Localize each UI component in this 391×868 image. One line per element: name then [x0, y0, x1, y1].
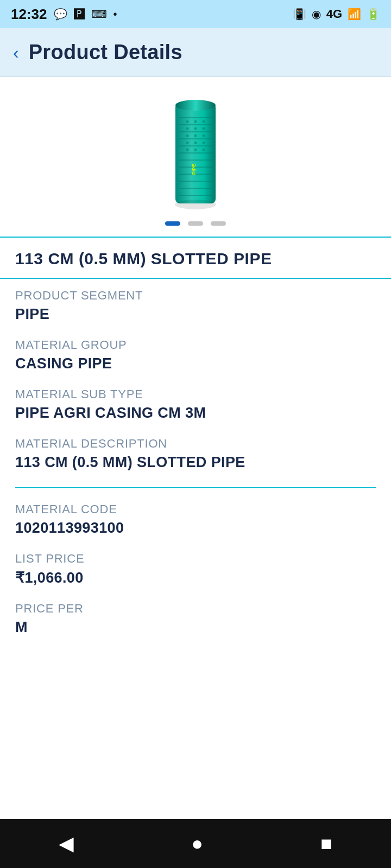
price-per-label: PRICE PER: [15, 602, 376, 616]
wifi-icon: ◉: [312, 8, 321, 21]
dot-icon: •: [113, 8, 117, 21]
nav-square-button[interactable]: ■: [320, 832, 332, 855]
svg-text:PIPE: PIPE: [191, 164, 197, 175]
product-segment-label: PRODUCT SEGMENT: [15, 289, 376, 303]
pocket-icon: 🅿: [74, 8, 85, 21]
carousel-dot-3[interactable]: [211, 221, 226, 226]
svg-point-1: [175, 100, 216, 111]
carousel-dot-2[interactable]: [188, 221, 203, 226]
svg-point-15: [194, 120, 197, 123]
page-title: Product Details: [29, 41, 182, 64]
nav-back-button[interactable]: ◀: [59, 832, 74, 855]
back-button[interactable]: ‹: [13, 44, 19, 61]
list-price-label: LIST PRICE: [15, 552, 376, 566]
section-separator: [15, 487, 376, 488]
svg-point-17: [186, 127, 189, 130]
svg-point-18: [194, 127, 197, 130]
svg-point-24: [194, 142, 197, 144]
keyboard-icon: ⌨: [91, 8, 107, 21]
material-description-label: MATERIAL DESCRIPTION: [15, 437, 376, 451]
status-bar-left: 12:32 💬 🅿 ⌨ •: [11, 6, 117, 23]
whatsapp-icon: 💬: [54, 8, 67, 21]
svg-point-22: [203, 135, 205, 137]
list-price-value: ₹1,066.00: [15, 569, 376, 586]
status-bar: 12:32 💬 🅿 ⌨ • 📳 ◉ 4G 📶 🔋: [0, 0, 391, 28]
svg-point-30: [175, 200, 216, 209]
status-time: 12:32: [11, 6, 47, 23]
material-group-row: MATERIAL GROUP CASING PIPE: [15, 328, 376, 378]
nav-home-button[interactable]: ●: [191, 832, 203, 855]
material-subtype-label: MATERIAL SUB TYPE: [15, 387, 376, 401]
status-bar-right: 📳 ◉ 4G 📶 🔋: [293, 7, 380, 21]
carousel-dot-1[interactable]: [165, 221, 180, 226]
material-group-value: CASING PIPE: [15, 355, 376, 372]
material-description-row: MATERIAL DESCRIPTION 113 CM (0.5 MM) SLO…: [15, 427, 376, 476]
battery-icon: 🔋: [367, 8, 380, 21]
list-price-row: LIST PRICE ₹1,066.00: [15, 542, 376, 592]
header: ‹ Product Details: [0, 28, 391, 77]
material-code-label: MATERIAL CODE: [15, 502, 376, 516]
price-per-row: PRICE PER M: [15, 592, 376, 641]
svg-point-23: [186, 142, 189, 144]
product-image: PIPE: [160, 93, 231, 213]
material-subtype-row: MATERIAL SUB TYPE PIPE AGRI CASING CM 3M: [15, 378, 376, 427]
price-per-value: M: [15, 619, 376, 636]
material-code-value: 1020113993100: [15, 520, 376, 537]
bottom-nav: ◀ ● ■: [0, 819, 391, 868]
carousel-dots: [165, 221, 226, 226]
product-image-area: PIPE: [0, 77, 391, 237]
material-subtype-value: PIPE AGRI CASING CM 3M: [15, 405, 376, 422]
product-segment-row: PRODUCT SEGMENT PIPE: [15, 279, 376, 328]
material-code-row: MATERIAL CODE 1020113993100: [15, 493, 376, 542]
svg-point-19: [203, 127, 205, 130]
signal-icon: 📶: [348, 8, 361, 21]
product-name-section: 113 CM (0.5 MM) SLOTTED PIPE: [0, 238, 391, 278]
svg-point-14: [186, 120, 189, 123]
product-segment-value: PIPE: [15, 306, 376, 323]
svg-point-25: [203, 142, 205, 144]
vibrate-icon: 📳: [293, 8, 306, 21]
svg-point-21: [194, 135, 197, 137]
svg-point-26: [186, 149, 189, 151]
detail-section: PRODUCT SEGMENT PIPE MATERIAL GROUP CASI…: [0, 279, 391, 641]
svg-point-27: [194, 149, 197, 151]
product-name: 113 CM (0.5 MM) SLOTTED PIPE: [15, 250, 272, 267]
material-group-label: MATERIAL GROUP: [15, 338, 376, 352]
svg-point-28: [203, 149, 205, 151]
4g-icon: 4G: [326, 7, 342, 21]
svg-point-20: [186, 135, 189, 137]
material-description-value: 113 CM (0.5 MM) SLOTTED PIPE: [15, 454, 376, 471]
svg-point-16: [203, 120, 205, 123]
